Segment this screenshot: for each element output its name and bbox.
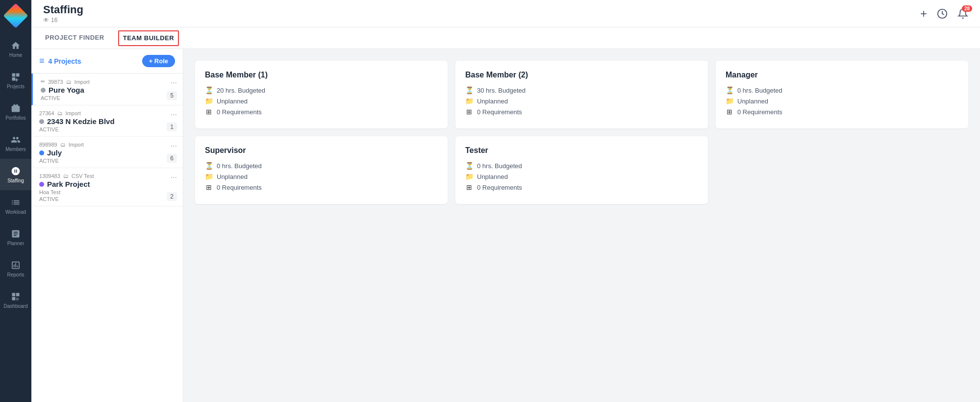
role-card-supervisor: Supervisor ⏳ 0 hrs. Budgeted 📁 Unplanned…	[195, 136, 448, 204]
role-title: Tester	[465, 146, 698, 155]
folder-icon: 🗂	[57, 110, 63, 116]
folder-icon: 🗂	[60, 142, 66, 148]
project-status: Hoa Test	[39, 189, 175, 195]
eye-icon: 👁	[43, 17, 49, 24]
sidebar-item-home[interactable]: Home	[0, 33, 31, 65]
page-title-area: Staffing 👁 16	[43, 3, 83, 23]
role-title: Supervisor	[205, 146, 438, 155]
role-card-base-member-1: Base Member (1) ⏳ 20 hrs. Budgeted 📁 Unp…	[195, 61, 448, 128]
project-meta: 27364 🗂 Import	[39, 110, 175, 116]
roles-panel: Base Member (1) ⏳ 20 hrs. Budgeted 📁 Unp…	[183, 49, 980, 402]
project-name: Pure Yoga	[41, 86, 175, 94]
projects-list: ✏ 39873 🗂 Import Pure Yoga ACTIVE 5 ···	[31, 74, 183, 402]
role-title: Base Member (2)	[465, 71, 698, 79]
hourglass-icon: ⏳	[205, 162, 213, 170]
project-count: 5	[167, 91, 177, 100]
project-name: 2343 N Kedzie Blvd	[39, 117, 175, 126]
folder-icon: 🗂	[66, 79, 72, 85]
role-card-base-member-2: Base Member (2) ⏳ 30 hrs. Budgeted 📁 Unp…	[455, 61, 708, 128]
history-button[interactable]	[937, 8, 948, 19]
status-dot	[39, 182, 44, 187]
main-content: Staffing 👁 16 + 28 PROJECT FINDER TEAM B…	[31, 0, 980, 402]
folder-icon: 📁	[205, 97, 213, 105]
project-status: ACTIVE	[39, 126, 175, 132]
projects-panel: ≡ 4 Projects + Role ✏ 39873 🗂 Import Pur…	[31, 49, 183, 402]
role-card-tester: Tester ⏳ 0 hrs. Budgeted 📁 Unplanned ⊞ 0…	[455, 136, 708, 204]
sidebar-item-planner[interactable]: Planner	[0, 222, 31, 253]
project-item[interactable]: 1309483 🗂 CSV Test Park Project Hoa Test…	[31, 168, 183, 206]
status-dot	[41, 88, 46, 93]
subnav: PROJECT FINDER TEAM BUILDER	[31, 27, 980, 49]
project-count: 1	[167, 123, 177, 131]
sidebar-item-projects[interactable]: Projects	[0, 65, 31, 96]
content-area: ≡ 4 Projects + Role ✏ 39873 🗂 Import Pur…	[31, 49, 980, 402]
more-options-icon[interactable]: ···	[171, 110, 177, 119]
project-name: July	[39, 149, 175, 157]
folder-icon: 📁	[465, 173, 473, 180]
project-number: 898989	[39, 142, 57, 148]
role-stat-hours: ⏳ 30 hrs. Budgeted	[465, 86, 698, 94]
sidebar-item-members[interactable]: Members	[0, 127, 31, 159]
sidebar-item-reports[interactable]: Reports	[0, 253, 31, 284]
project-name: Park Project	[39, 180, 175, 188]
role-stat-folder: 📁 Unplanned	[465, 173, 698, 180]
page-subtitle: 👁 16	[43, 17, 83, 24]
grid-icon: ⊞	[726, 108, 733, 116]
add-role-button[interactable]: + Role	[142, 55, 175, 67]
project-item[interactable]: 898989 🗂 Import July ACTIVE 6 ···	[31, 137, 183, 168]
hourglass-icon: ⏳	[205, 86, 213, 94]
grid-icon: ⊞	[205, 183, 213, 191]
sidebar-item-staffing[interactable]: Staffing	[0, 159, 31, 190]
project-status: ACTIVE	[41, 95, 175, 101]
project-source: Import	[66, 110, 81, 116]
project-item[interactable]: 27364 🗂 Import 2343 N Kedzie Blvd ACTIVE…	[31, 105, 183, 137]
app-logo[interactable]	[0, 0, 31, 31]
role-stat-folder: 📁 Unplanned	[726, 97, 958, 105]
project-meta: 898989 🗂 Import	[39, 142, 175, 148]
hourglass-icon: ⏳	[726, 86, 733, 94]
notifications-button[interactable]: 28	[957, 8, 968, 19]
project-count: 6	[167, 154, 177, 163]
grid-icon: ⊞	[465, 183, 473, 191]
role-title: Manager	[726, 71, 958, 79]
sidebar-item-workload[interactable]: Workload	[0, 190, 31, 222]
project-count: 2	[167, 192, 177, 201]
hourglass-icon: ⏳	[465, 86, 473, 94]
folder-icon: 📁	[205, 173, 213, 180]
roles-grid: Base Member (1) ⏳ 20 hrs. Budgeted 📁 Unp…	[195, 61, 968, 204]
project-number: 27364	[39, 110, 54, 116]
grid-icon: ⊞	[205, 108, 213, 116]
role-stat-hours: ⏳ 0 hrs. Budgeted	[726, 86, 958, 94]
more-options-icon[interactable]: ···	[171, 142, 177, 151]
project-status: ACTIVE	[39, 158, 175, 164]
role-stat-hours: ⏳ 20 hrs. Budgeted	[205, 86, 438, 94]
grid-icon: ⊞	[465, 108, 473, 116]
sidebar: Home Projects Portfolios Members Staffin…	[0, 0, 31, 402]
more-options-icon[interactable]: ···	[171, 78, 177, 87]
tab-project-finder[interactable]: PROJECT FINDER	[43, 27, 106, 49]
subtitle-count: 16	[51, 17, 57, 24]
projects-header: ≡ 4 Projects + Role	[31, 49, 183, 74]
page-title: Staffing	[43, 3, 83, 16]
folder-icon: 📁	[465, 97, 473, 105]
project-item[interactable]: ✏ 39873 🗂 Import Pure Yoga ACTIVE 5 ···	[31, 74, 183, 105]
project-status-active: ACTIVE	[39, 196, 175, 202]
project-meta: ✏ 39873 🗂 Import	[41, 78, 175, 85]
project-source: Import	[75, 79, 90, 85]
tab-team-builder[interactable]: TEAM BUILDER	[118, 30, 179, 46]
pencil-icon: ✏	[41, 78, 45, 85]
project-source: Import	[69, 142, 84, 148]
projects-count: 4 Projects	[49, 57, 81, 65]
sidebar-item-dashboard[interactable]: Dashboard	[0, 284, 31, 316]
sidebar-item-portfolios[interactable]: Portfolios	[0, 96, 31, 127]
role-stat-hours: ⏳ 0 hrs. Budgeted	[205, 162, 438, 170]
role-stat-folder: 📁 Unplanned	[205, 97, 438, 105]
role-stat-requirements: ⊞ 0 Requirements	[205, 183, 438, 191]
projects-header-icon: ≡	[39, 56, 45, 66]
project-number: 39873	[48, 79, 63, 85]
more-options-icon[interactable]: ···	[171, 173, 177, 182]
add-button[interactable]: +	[920, 7, 927, 21]
add-icon: +	[920, 7, 927, 21]
role-stat-hours: ⏳ 0 hrs. Budgeted	[465, 162, 698, 170]
status-dot	[39, 119, 44, 124]
